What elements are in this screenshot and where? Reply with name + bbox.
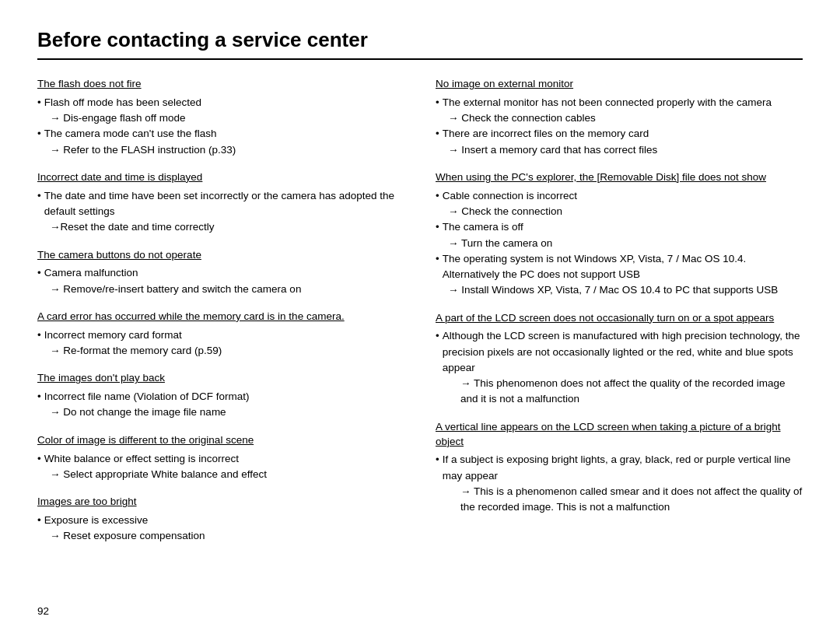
arrow-item: → Install Windows XP, Vista, 7 / Mac OS …: [436, 282, 803, 298]
bullet-text: The operating system is not Windows XP, …: [443, 251, 803, 283]
section-title-date: Incorrect date and time is displayed: [37, 170, 404, 185]
section-title-bright: Images are too bright: [37, 495, 404, 510]
section-title-color: Color of image is different to the origi…: [37, 433, 404, 448]
section-playback: The images don't play back•Incorrect fil…: [37, 371, 404, 420]
arrow-item: → Check the connection: [436, 204, 803, 219]
section-bright: Images are too bright•Exposure is excess…: [37, 495, 404, 544]
bullet-icon: •: [37, 451, 41, 467]
bullet-item: •The operating system is not Windows XP,…: [436, 251, 803, 283]
section-no-image: No image on external monitor•The externa…: [436, 77, 803, 158]
bullet-icon: •: [436, 219, 439, 235]
right-column: No image on external monitor•The externa…: [436, 77, 803, 556]
arrow-item: →Reset the date and time correctly: [37, 219, 404, 235]
section-lcd: A part of the LCD screen does not occasi…: [436, 311, 803, 408]
section-title-lcd: A part of the LCD screen does not occasi…: [436, 311, 803, 326]
bullet-text: Cable connection is incorrect: [443, 188, 577, 204]
section-title-no-image: No image on external monitor: [436, 77, 803, 92]
section-vertical: A vertical line appears on the LCD scree…: [436, 420, 803, 516]
bullet-icon: •: [436, 126, 439, 142]
bullet-icon: •: [436, 328, 439, 344]
bullet-item: •If a subject is exposing bright lights,…: [436, 452, 803, 484]
bullet-icon: •: [37, 126, 41, 142]
arrow-item: → Do not change the image file name: [37, 405, 404, 420]
bullet-item: •Camera malfunction: [37, 265, 404, 281]
bullet-icon: •: [37, 513, 41, 528]
arrow-item: → Turn the camera on: [436, 236, 803, 251]
bullet-icon: •: [436, 251, 439, 267]
arrow-item: → Remove/re-insert battery and switch th…: [37, 282, 404, 297]
arrow-item: → Insert a memory card that has correct …: [436, 142, 803, 158]
section-title-removable: When using the PC's explorer, the [Remov…: [436, 170, 803, 185]
bullet-text: Flash off mode has been selected: [44, 95, 201, 110]
bullet-text: White balance or effect setting is incor…: [44, 451, 239, 467]
section-title-playback: The images don't play back: [37, 371, 404, 386]
page-title: Before contacting a service center: [37, 28, 803, 60]
arrow-item: → This is a phenomenon called smear and …: [436, 484, 803, 516]
bullet-text: Although the LCD screen is manufactured …: [443, 328, 803, 376]
bullet-icon: •: [37, 328, 41, 343]
content-columns: The flash does not fire•Flash off mode h…: [37, 77, 803, 556]
arrow-item: → This phenomenon does not affect the qu…: [436, 376, 803, 408]
bullet-text: Exposure is excessive: [44, 513, 149, 528]
page: Before contacting a service center The f…: [0, 0, 840, 634]
bullet-item: •Cable connection is incorrect: [436, 188, 803, 204]
bullet-text: The camera mode can't use the flash: [44, 126, 217, 142]
bullet-item: •The external monitor has not been conne…: [436, 95, 803, 110]
arrow-item: → Check the connection cables: [436, 110, 803, 126]
bullet-icon: •: [436, 452, 439, 468]
arrow-item: → Select appropriate White balance and e…: [37, 467, 404, 482]
section-flash: The flash does not fire•Flash off mode h…: [37, 77, 404, 158]
bullet-text: Camera malfunction: [44, 265, 138, 281]
section-date: Incorrect date and time is displayed•The…: [37, 170, 404, 236]
bullet-item: •The camera mode can't use the flash: [37, 126, 404, 142]
bullet-item: •White balance or effect setting is inco…: [37, 451, 404, 467]
page-number: 92: [37, 605, 49, 617]
bullet-item: •Incorrect memory card format: [37, 328, 404, 343]
arrow-item: → Refer to the FLASH instruction (p.33): [37, 142, 404, 158]
section-title-buttons: The camera buttons do not operate: [37, 248, 404, 263]
bullet-item: •The camera is off: [436, 219, 803, 235]
left-column: The flash does not fire•Flash off mode h…: [37, 77, 404, 556]
arrow-item: → Re-format the memory card (p.59): [37, 343, 404, 359]
bullet-item: •Incorrect file name (Violation of DCF f…: [37, 389, 404, 405]
bullet-text: The camera is off: [443, 219, 523, 235]
bullet-text: If a subject is exposing bright lights, …: [443, 452, 803, 484]
bullet-icon: •: [37, 95, 41, 110]
section-title-flash: The flash does not fire: [37, 77, 404, 92]
bullet-icon: •: [37, 188, 41, 204]
section-color: Color of image is different to the origi…: [37, 433, 404, 482]
arrow-item: → Reset exposure compensation: [37, 528, 404, 544]
bullet-text: There are incorrect files on the memory …: [443, 126, 649, 142]
bullet-item: •Flash off mode has been selected: [37, 95, 404, 110]
bullet-item: •The date and time have been set incorre…: [37, 188, 404, 220]
bullet-icon: •: [436, 188, 439, 204]
bullet-text: The external monitor has not been connec…: [443, 95, 772, 110]
bullet-item: •Exposure is excessive: [37, 513, 404, 528]
bullet-text: Incorrect file name (Violation of DCF fo…: [44, 389, 250, 405]
bullet-item: •Although the LCD screen is manufactured…: [436, 328, 803, 376]
bullet-item: •There are incorrect files on the memory…: [436, 126, 803, 142]
section-title-vertical: A vertical line appears on the LCD scree…: [436, 420, 803, 450]
bullet-icon: •: [436, 95, 439, 110]
bullet-text: The date and time have been set incorrec…: [44, 188, 404, 220]
section-title-card-error: A card error has occurred while the memo…: [37, 310, 404, 324]
bullet-icon: •: [37, 265, 41, 281]
bullet-icon: •: [37, 389, 41, 405]
bullet-text: Incorrect memory card format: [44, 328, 182, 343]
section-removable: When using the PC's explorer, the [Remov…: [436, 170, 803, 299]
section-buttons: The camera buttons do not operate•Camera…: [37, 248, 404, 297]
section-card-error: A card error has occurred while the memo…: [37, 310, 404, 359]
arrow-item: → Dis-engage flash off mode: [37, 110, 404, 126]
